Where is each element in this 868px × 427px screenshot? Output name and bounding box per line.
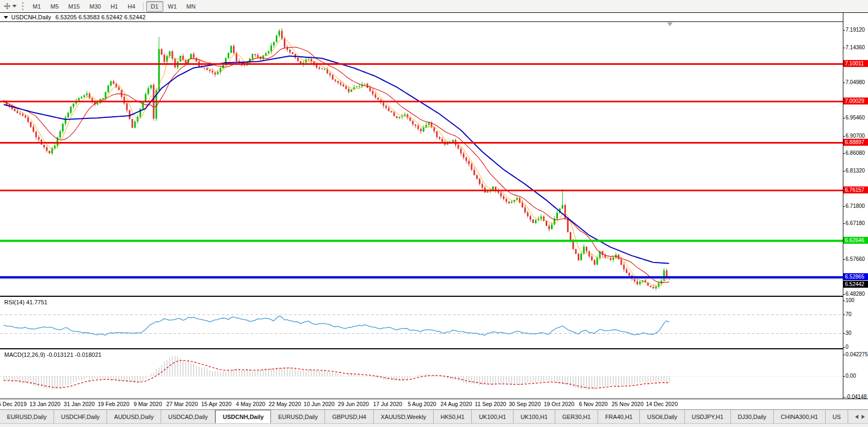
price-tick-label: 6.48280 <box>846 291 865 297</box>
hline-price-label: 6.52865 <box>843 273 868 280</box>
date-tick-label: 13 Jan 2020 <box>29 401 61 407</box>
timeframe-button-h4[interactable]: H4 <box>123 1 140 12</box>
rsi-tick-label: 70 <box>846 311 851 317</box>
chart-tab-china300-h1[interactable]: CHINA300,H1 <box>774 410 826 423</box>
rsi-tick-label: 30 <box>846 330 851 336</box>
chart-tab-hk50-h1[interactable]: HK50,H1 <box>434 410 472 423</box>
chart-tab-eurusd-daily[interactable]: EURUSD,Daily <box>0 410 54 423</box>
hline-price-label: 6.88897 <box>843 139 868 146</box>
chart-tab-us[interactable]: US <box>826 410 848 423</box>
chart-tab-ger30-h1[interactable]: GER30,H1 <box>555 410 598 423</box>
date-tick-label: 15 Apr 2020 <box>201 401 232 407</box>
price-axis: 7.191207.143607.049806.954606.907006.860… <box>843 13 868 399</box>
date-tick-label: 30 Sep 2020 <box>509 401 541 407</box>
timeframe-button-mn[interactable]: MN <box>182 1 200 12</box>
timeframe-button-w1[interactable]: W1 <box>163 1 182 12</box>
price-chart-canvas[interactable] <box>0 22 843 296</box>
price-tick-label: 6.95460 <box>846 115 865 121</box>
toolbar-dropdown-caret-icon[interactable] <box>12 5 17 8</box>
date-tick-label: 10 Jun 2020 <box>304 401 335 407</box>
rsi-tick-label: 100 <box>846 297 855 303</box>
macd-indicator-label: MACD(12,26,9) -0.013121 -0.018021 <box>4 351 102 358</box>
chart-ohlc-values: 6.53205 6.53583 6.52442 6.52442 <box>56 14 146 20</box>
macd-indicator-canvas[interactable] <box>0 349 843 399</box>
chart-tab-usoil-daily[interactable]: USOil,Daily <box>640 410 684 423</box>
date-tick-label: 6 Nov 2020 <box>579 401 608 407</box>
timeframe-button-m15[interactable]: M15 <box>64 1 85 12</box>
price-tick-label: 6.57660 <box>846 256 865 262</box>
date-tick-label: 17 Jul 2020 <box>373 401 402 407</box>
date-tick-label: 4 May 2020 <box>236 401 266 407</box>
date-tick-label: 27 Mar 2020 <box>167 401 198 407</box>
chart-tab-gbpusd-h4[interactable]: GBPUSD,H4 <box>325 410 374 423</box>
chart-title-bar: USDCNH,Daily 6.53205 6.53583 6.52442 6.5… <box>0 13 868 21</box>
chart-tab-audusd-daily[interactable]: AUDUSD,Daily <box>107 410 161 423</box>
date-tick-label: 31 Jan 2020 <box>64 401 95 407</box>
date-tick-label: 9 Mar 2020 <box>133 401 162 407</box>
date-tick-label: 14 Dec 2020 <box>646 401 678 407</box>
hline-price-label: 7.00029 <box>843 98 868 104</box>
chart-tab-uk100-h1[interactable]: UK100,H1 <box>514 410 555 423</box>
price-tick-label: 6.86080 <box>846 150 865 156</box>
toolbar-grip-handle[interactable] <box>22 2 24 10</box>
rsi-indicator-canvas[interactable] <box>0 297 843 348</box>
price-tick-label: 6.90700 <box>846 133 865 139</box>
date-axis: 25 Dec 201913 Jan 202031 Jan 202019 Feb … <box>0 399 868 409</box>
date-tick-label: 25 Nov 2020 <box>612 401 644 407</box>
hline-price-label: 6.62646 <box>843 237 868 244</box>
price-tick-label: 7.19120 <box>846 27 865 33</box>
chart-tab-fra40-h1[interactable]: FRA40,H1 <box>598 410 640 423</box>
hline-price-label: 7.10011 <box>843 60 868 67</box>
date-tick-label: 19 Feb 2020 <box>98 401 130 407</box>
rsi-indicator-label: RSI(14) 41.7751 <box>4 299 48 305</box>
chart-tab-usdcad-daily[interactable]: USDCAD,Daily <box>161 410 215 423</box>
date-tick-label: 5 Aug 2020 <box>407 401 436 407</box>
tab-scroll-arrows <box>853 410 867 423</box>
macd-tick-label: 0.042275 <box>846 351 868 357</box>
rsi-tick-label: 0 <box>846 344 849 350</box>
tab-scroll-right-icon[interactable] <box>862 415 865 419</box>
price-tick-label: 6.67180 <box>846 220 865 226</box>
current-price-label: 6.52442 <box>843 281 868 288</box>
date-tick-label: 25 Dec 2019 <box>0 401 27 407</box>
chart-shift-marker-icon[interactable] <box>667 23 673 26</box>
chart-tab-dj30-daily[interactable]: DJ30,Daily <box>731 410 774 423</box>
price-tick-label: 6.71800 <box>846 203 865 209</box>
timeframe-toolbar: M1M5M15M30H1H4D1W1MN <box>0 0 868 13</box>
macd-tick-label: 0.00 <box>846 373 856 379</box>
mt4-application-window: M1M5M15M30H1H4D1W1MN USDCNH,Daily 6.5320… <box>0 0 868 427</box>
move-cursor-icon[interactable] <box>3 2 11 11</box>
chart-symbol-period: USDCNH,Daily <box>11 14 51 20</box>
timeframe-button-m5[interactable]: M5 <box>46 1 63 12</box>
chart-tab-usdcnh-daily[interactable]: USDCNH,Daily <box>215 410 271 423</box>
date-tick-label: 19 Oct 2020 <box>544 401 574 407</box>
chart-tab-bar: EURUSD,DailyUSDCHF,DailyAUDUSD,DailyUSDC… <box>0 410 868 424</box>
date-tick-label: 22 May 2020 <box>269 401 301 407</box>
date-tick-label: 29 Jun 2020 <box>338 401 369 407</box>
price-tick-label: 7.14360 <box>846 44 865 50</box>
chart-tab-eurusd-daily[interactable]: EURUSD,Daily <box>271 410 325 423</box>
timeframe-button-d1[interactable]: D1 <box>146 1 163 12</box>
price-tick-label: 7.04980 <box>846 79 865 85</box>
timeframe-button-h1[interactable]: H1 <box>105 1 123 12</box>
timeframe-button-m1[interactable]: M1 <box>28 1 46 12</box>
toolbar-separator <box>143 2 144 11</box>
timeframe-button-m30[interactable]: M30 <box>85 1 105 12</box>
date-tick-label: 24 Aug 2020 <box>441 401 472 407</box>
chart-tab-xauusd-weekly[interactable]: XAUUSD,Weekly <box>374 410 434 423</box>
chart-menu-caret-icon[interactable] <box>4 16 8 19</box>
hline-price-label: 6.76157 <box>843 186 868 193</box>
chart-tab-usdjpy-h1[interactable]: USDJPY,H1 <box>685 410 731 423</box>
tab-scroll-left-icon[interactable] <box>855 415 858 419</box>
date-tick-label: 11 Sep 2020 <box>475 401 507 407</box>
chart-tab-uk100-h1[interactable]: UK100,H1 <box>472 410 514 423</box>
price-tick-label: 6.81320 <box>846 168 865 174</box>
chart-tab-usdchf-daily[interactable]: USDCHF,Daily <box>54 410 107 423</box>
